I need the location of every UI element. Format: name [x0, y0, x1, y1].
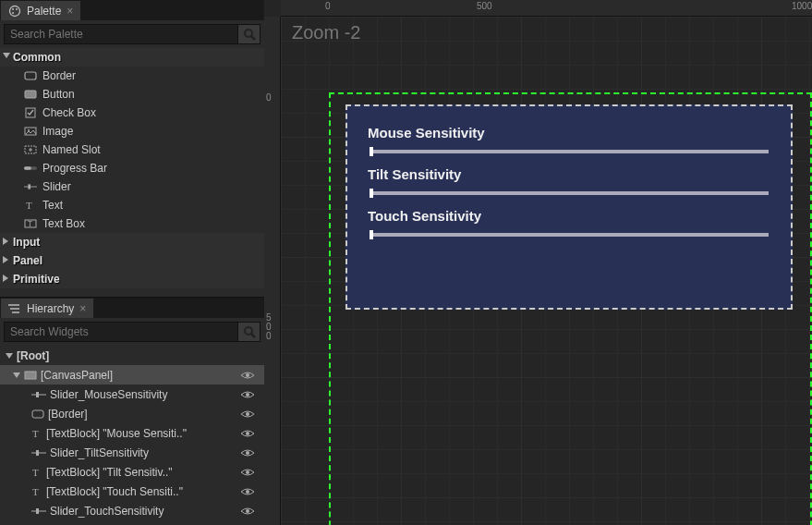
svg-line-5 — [251, 36, 255, 40]
visibility-toggle[interactable] — [240, 448, 259, 458]
palette-item-textbox[interactable]: T Text Box — [0, 214, 264, 233]
svg-point-42 — [246, 470, 249, 474]
visibility-toggle[interactable] — [240, 507, 259, 516]
close-icon[interactable]: × — [79, 303, 86, 314]
svg-text:T: T — [28, 220, 32, 228]
svg-point-37 — [246, 432, 249, 435]
svg-point-26 — [12, 311, 14, 313]
panel-icon — [24, 371, 37, 380]
visibility-toggle[interactable] — [240, 409, 259, 419]
slider-mouse-sensitivity[interactable] — [370, 150, 769, 153]
palette-item-border[interactable]: Border — [0, 67, 264, 85]
text-icon: T — [31, 486, 42, 497]
slider-icon — [31, 449, 46, 457]
hierarchy-tab-header: Hierarchy × — [0, 298, 264, 318]
progressbar-icon — [24, 163, 37, 174]
svg-rect-46 — [36, 508, 39, 514]
text-icon: T — [31, 467, 42, 478]
textbox-icon: T — [24, 218, 37, 229]
ruler-horizontal: 0 500 1000 — [281, 0, 812, 17]
hierarchy-icon — [8, 302, 21, 315]
palette-search-button[interactable] — [238, 24, 261, 44]
hierarchy-item-text-touch[interactable]: T [TextBlock] "Touch Sensiti.." — [0, 482, 264, 501]
svg-rect-34 — [32, 410, 43, 418]
hierarchy-search-button[interactable] — [238, 322, 261, 342]
visibility-toggle[interactable] — [240, 487, 259, 496]
hierarchy-search — [4, 322, 261, 342]
button-icon — [24, 89, 37, 100]
svg-point-3 — [12, 12, 14, 14]
svg-point-1 — [12, 8, 14, 10]
image-icon — [24, 126, 37, 137]
svg-rect-7 — [25, 91, 36, 98]
chevron-right-icon — [3, 256, 8, 263]
palette-panel: Palette × Common Border Button — [0, 0, 264, 298]
hierarchy-item-slider-touch[interactable]: Slider_TouchSensitivity — [0, 501, 264, 520]
svg-rect-6 — [25, 72, 36, 79]
hierarchy-panel: Hierarchy × [Root] [CanvasPanel] — [0, 298, 264, 525]
svg-point-2 — [16, 8, 18, 10]
palette-category-primitive[interactable]: Primitive — [0, 270, 264, 288]
text-icon: T — [24, 200, 37, 211]
palette-search — [4, 24, 261, 44]
viewport[interactable]: 0 500 1000 0 5 0 0 Zoom -2 Mouse Sensiti… — [264, 0, 812, 525]
palette-tab-header: Palette × — [0, 0, 264, 20]
palette-item-namedslot[interactable]: Named Slot — [0, 140, 264, 159]
svg-point-25 — [10, 308, 12, 310]
svg-rect-15 — [24, 166, 31, 170]
hierarchy-tab-label: Hierarchy — [27, 302, 74, 315]
chevron-down-icon — [3, 53, 10, 58]
hierarchy-item-slider-mouse[interactable]: Slider_MouseSensitivity — [0, 385, 264, 404]
label-touch-sensitivity[interactable]: Touch Sensitivity — [368, 208, 770, 224]
svg-point-47 — [246, 509, 249, 513]
hierarchy-item-border[interactable]: [Border] — [0, 404, 264, 423]
label-mouse-sensitivity[interactable]: Mouse Sensitivity — [368, 125, 770, 140]
palette-item-image[interactable]: Image — [0, 122, 264, 140]
visibility-toggle[interactable] — [240, 371, 259, 380]
palette-item-slider[interactable]: Slider — [0, 177, 264, 196]
visibility-toggle[interactable] — [240, 468, 259, 477]
slider-icon — [24, 181, 37, 192]
svg-rect-32 — [36, 392, 39, 397]
palette-search-input[interactable] — [4, 24, 238, 44]
palette-item-button[interactable]: Button — [0, 85, 264, 104]
close-icon[interactable]: × — [67, 6, 73, 17]
border-icon — [24, 70, 37, 81]
canvas-area[interactable]: Zoom -2 Mouse Sensitivity Tilt Sensitivi… — [281, 17, 812, 525]
svg-text:T: T — [26, 200, 32, 211]
slider-icon — [31, 507, 46, 515]
palette-icon — [8, 5, 21, 18]
hierarchy-search-input[interactable] — [4, 322, 238, 342]
visibility-toggle[interactable] — [240, 429, 259, 438]
border-widget[interactable]: Mouse Sensitivity Tilt Sensitivity Touch… — [345, 104, 793, 310]
zoom-label: Zoom -2 — [292, 22, 360, 43]
svg-text:T: T — [32, 486, 39, 497]
palette-category-common[interactable]: Common — [0, 48, 264, 67]
palette-item-checkbox[interactable]: Check Box — [0, 104, 264, 122]
hierarchy-item-text-mouse[interactable]: T [TextBlock] "Mouse Sensiti.." — [0, 423, 264, 443]
hierarchy-tab[interactable]: Hierarchy × — [0, 298, 94, 318]
palette-item-progressbar[interactable]: Progress Bar — [0, 159, 264, 177]
hierarchy-item-slider-tilt[interactable]: Slider_TiltSensitivity — [0, 443, 264, 462]
chevron-right-icon — [3, 275, 8, 282]
svg-text:T: T — [32, 467, 39, 478]
hierarchy-item-text-tilt[interactable]: T [TextBlock] "Tilt Sensitiv.." — [0, 462, 264, 482]
hierarchy-root[interactable]: [Root] — [0, 346, 264, 365]
label-tilt-sensitivity[interactable]: Tilt Sensitivity — [368, 166, 770, 182]
svg-text:T: T — [32, 428, 39, 439]
palette-item-text[interactable]: T Text — [0, 196, 264, 214]
svg-point-24 — [8, 304, 10, 306]
visibility-toggle[interactable] — [240, 390, 259, 399]
palette-category-input[interactable]: Input — [0, 233, 264, 251]
hierarchy-item-canvaspanel[interactable]: [CanvasPanel] — [0, 365, 264, 385]
palette-tree: Common Border Button Check Box Image Nam… — [0, 48, 264, 297]
svg-point-44 — [246, 490, 249, 494]
svg-point-27 — [245, 327, 252, 335]
palette-tab[interactable]: Palette × — [0, 0, 81, 20]
svg-point-40 — [246, 451, 249, 455]
svg-rect-29 — [25, 372, 36, 379]
slider-touch-sensitivity[interactable] — [370, 233, 769, 237]
slider-tilt-sensitivity[interactable] — [370, 191, 769, 195]
svg-point-0 — [10, 6, 20, 16]
palette-category-panel[interactable]: Panel — [0, 251, 264, 270]
